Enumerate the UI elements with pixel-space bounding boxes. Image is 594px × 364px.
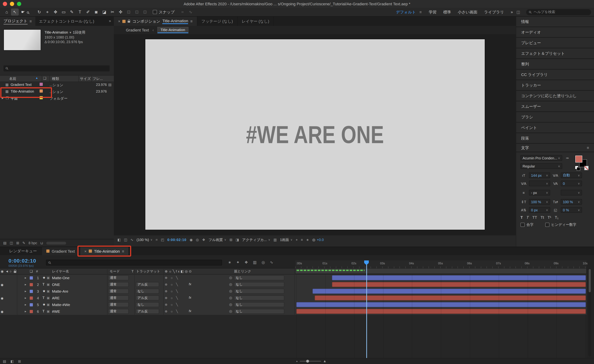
pan-behind-tool-icon[interactable]: ✥: [52, 8, 59, 16]
panel-align[interactable]: 整列: [516, 59, 594, 69]
tab-composition[interactable]: × コンポジション Title-Animation ≡: [114, 17, 197, 26]
viewer-stage[interactable]: #WE ARE ONE: [114, 34, 516, 235]
track-matte-dropdown[interactable]: アル反∨: [136, 295, 159, 300]
workspace-small-screen[interactable]: 小さい画面: [458, 9, 477, 15]
puppet-pin-tool-icon[interactable]: ✜: [117, 8, 124, 16]
item-name[interactable]: 平面: [11, 96, 18, 101]
mac-minimize-button[interactable]: [10, 2, 14, 6]
label-chip[interactable]: [40, 96, 43, 99]
switches-toggle-icon[interactable]: ◧: [10, 359, 14, 363]
item-name[interactable]: Title-Animation: [11, 89, 34, 93]
fx-badge[interactable]: fx: [189, 296, 191, 299]
snap-control[interactable]: スナップ: [153, 9, 175, 15]
mode-dropdown[interactable]: 通常∨: [108, 309, 129, 314]
tab-overflow-icon[interactable]: »: [106, 17, 114, 26]
column-name[interactable]: 名前: [9, 76, 16, 81]
breadcrumb-current[interactable]: Title-Animation: [157, 27, 188, 33]
project-row-selected[interactable]: ▦ Title-Animation ...ション 23.976: [0, 88, 114, 95]
panel-menu-icon[interactable]: ≡: [190, 19, 193, 23]
workspace-standard[interactable]: 標準: [443, 9, 451, 15]
lock-icon[interactable]: [128, 21, 130, 23]
viewer-timecode[interactable]: 0:00:02:10: [167, 238, 187, 242]
layer-switches[interactable]: ⊕☼╲: [165, 296, 181, 300]
icon-view-icon[interactable]: ◫: [10, 241, 13, 245]
project-table-header[interactable]: 名前 ▲ ❏ 種類 サイズ フレ...: [0, 75, 114, 82]
layer-duration-bar[interactable]: [296, 309, 586, 314]
timeline-search-input[interactable]: ⚲: [46, 260, 222, 265]
label-chip[interactable]: [30, 283, 33, 286]
ligatures-checkbox[interactable]: [520, 223, 525, 227]
mask-visibility-icon[interactable]: ◰: [161, 238, 164, 242]
transparency-grid-icon[interactable]: ◨: [236, 238, 239, 242]
panel-paragraph[interactable]: 段落: [516, 133, 594, 143]
all-caps-button[interactable]: TT: [532, 215, 537, 219]
resolution-dropdown[interactable]: フル画質 ∨: [209, 237, 226, 242]
zoom-slider[interactable]: [300, 361, 321, 361]
parent-dropdown[interactable]: なし∨: [234, 282, 284, 287]
layer-row[interactable]: ▸ 1 ★ ▣ Matte-One 通常∨ ⊕☼╲ ◎ なし∨: [0, 275, 587, 282]
timeline-zoom-control[interactable]: ▴ ▲: [296, 359, 326, 363]
mode-dropdown[interactable]: 通常∨: [108, 275, 129, 280]
magnification-dropdown[interactable]: (100 %) ∨: [137, 238, 153, 242]
superscript-button[interactable]: T¹: [547, 215, 551, 219]
grid-options-icon[interactable]: ⌗: [155, 238, 157, 242]
title-action-safe-icon[interactable]: ◫: [124, 238, 127, 242]
project-row[interactable]: ▸ ❐ 平面 フォルダー: [0, 95, 114, 102]
panel-menu-icon[interactable]: ≡: [29, 19, 32, 23]
new-comp-icon[interactable]: ✎: [22, 241, 26, 245]
disclosure-icon[interactable]: ▼: [69, 31, 72, 34]
shape-tool-icon[interactable]: ▭: [60, 8, 68, 16]
home-icon[interactable]: ⌂: [3, 8, 11, 16]
panel-effects-presets[interactable]: エフェクト＆プリセット: [516, 48, 594, 58]
layer-duration-bar[interactable]: [332, 275, 586, 280]
snap-checkbox[interactable]: [153, 10, 157, 14]
label-chip[interactable]: [30, 297, 33, 300]
pixel-aspect-icon[interactable]: ⌖: [296, 238, 298, 242]
show-snapshot-icon[interactable]: ◎: [196, 238, 199, 242]
column-size[interactable]: サイズ: [80, 76, 91, 81]
expander-icon[interactable]: ▸: [25, 303, 26, 306]
label-chip[interactable]: [30, 303, 33, 306]
timeline-button-icon[interactable]: ≡: [301, 238, 303, 242]
fx-badge[interactable]: fx: [189, 282, 191, 286]
list-view-icon[interactable]: ▤: [3, 241, 7, 245]
eye-icon[interactable]: ◉: [1, 297, 4, 300]
label-column-icon[interactable]: ❏: [43, 76, 46, 80]
layer-switches[interactable]: ⊕☼╲: [165, 303, 181, 306]
label-chip[interactable]: [30, 276, 33, 279]
workspace-menu-icon[interactable]: ≡: [419, 10, 422, 14]
render-toggle-icon[interactable]: ▤: [3, 359, 6, 363]
track-matte-column[interactable]: トラックマット: [136, 269, 160, 274]
workspace-library[interactable]: ライブラリ: [484, 9, 504, 15]
scrollbar-thumb[interactable]: [589, 269, 591, 292]
breadcrumb-parent[interactable]: Gradient Text: [126, 28, 149, 32]
layer-row[interactable]: ▸ 5 ★ ▣ Matte-#We 通常∨ なし∨ ⊕☼╲ ◎ なし∨: [0, 301, 587, 309]
mac-zoom-button[interactable]: [17, 2, 21, 6]
kerning-dropdown[interactable]: 自動 ∨: [561, 172, 582, 178]
panel-menu-icon[interactable]: ≡: [122, 249, 124, 253]
eyedropper-icon[interactable]: ✑: [564, 156, 571, 160]
track-matte-dropdown[interactable]: なし∨: [136, 289, 159, 294]
layer-name[interactable]: ARE: [52, 296, 60, 300]
parent-dropdown[interactable]: なし∨: [234, 295, 284, 300]
fill-color-swatch[interactable]: [575, 155, 583, 163]
expander-icon[interactable]: ▸: [25, 289, 26, 293]
faux-italic-button[interactable]: T: [526, 215, 529, 219]
wave-icon[interactable]: ∿: [130, 238, 134, 242]
current-timecode[interactable]: 0:00:02:10: [8, 258, 36, 264]
project-search-input[interactable]: ⚲: [4, 65, 110, 71]
frame-blend-icon[interactable]: ▥: [253, 260, 257, 265]
time-ruler[interactable]: :00s 01s 02s 03s 04s 05s 06s 07s 08s 09s…: [295, 260, 587, 269]
panel-content-aware-fill[interactable]: コンテンツに応じた塗りつぶし: [516, 91, 594, 101]
panel-preview[interactable]: プレビュー: [516, 38, 594, 48]
pen-tool-icon[interactable]: ✎: [68, 8, 76, 16]
item-name[interactable]: Gradient Text: [11, 83, 32, 86]
camera-dropdown[interactable]: アクティブカ... ∨: [242, 237, 270, 242]
panel-info[interactable]: 情報: [516, 17, 594, 26]
tab-title-animation[interactable]: × Title-Animation ≡: [80, 247, 128, 255]
panel-brushes[interactable]: ブラシ: [516, 112, 594, 122]
layer-switches[interactable]: ⊕☼╲: [165, 276, 181, 279]
expander-icon[interactable]: ▸: [25, 296, 26, 300]
panel-cc-libraries[interactable]: CC ライブラリ: [516, 70, 594, 79]
expander-icon[interactable]: ▸: [25, 310, 26, 313]
